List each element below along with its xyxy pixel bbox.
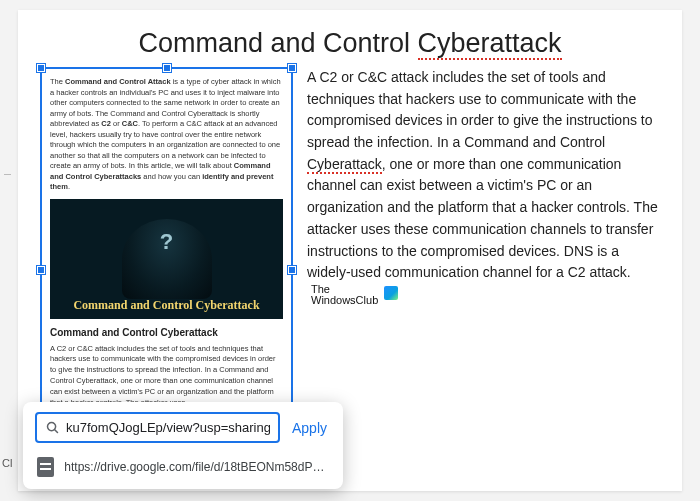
- document-body-text[interactable]: A C2 or C&C attack includes the set of t…: [307, 67, 660, 473]
- clip-hero-caption: Command and Control Cyberattack: [50, 298, 283, 313]
- title-text-pre: Command and Control: [138, 28, 417, 58]
- link-url-input[interactable]: [66, 420, 270, 435]
- watermark-windowsclub: The WindowsClub: [311, 284, 398, 306]
- body-misspelled-word[interactable]: Cyberattack: [307, 156, 382, 174]
- body-post: , one or more than one communication cha…: [307, 156, 658, 280]
- title-misspelled-word[interactable]: Cyberattack: [418, 28, 562, 60]
- link-input-wrap[interactable]: [35, 412, 280, 443]
- clip-subheading: Command and Control Cyberattack: [50, 327, 283, 338]
- resize-handle-tl[interactable]: [37, 64, 45, 72]
- link-suggestion-text: https://drive.google.com/file/d/18tBEONm…: [64, 460, 329, 474]
- clip-hero-image: Command and Control Cyberattack: [50, 199, 283, 319]
- vertical-ruler: —: [4, 170, 12, 177]
- body-pre: A C2 or C&C attack includes the set of t…: [307, 69, 653, 150]
- link-suggestion-item[interactable]: https://drive.google.com/file/d/18tBEONm…: [35, 453, 331, 481]
- clip-intro-pre: The: [50, 77, 65, 86]
- windowsclub-logo-icon: [384, 286, 398, 300]
- clip-intro-bold2: C2: [101, 119, 111, 128]
- resize-handle-tr[interactable]: [288, 64, 296, 72]
- resize-handle-mr[interactable]: [288, 266, 296, 274]
- page-title: Command and Control Cyberattack: [40, 28, 660, 59]
- resize-handle-tm[interactable]: [163, 64, 171, 72]
- watermark-line2: WindowsClub: [311, 295, 378, 306]
- clip-intro-bold1: Command and Control Attack: [65, 77, 171, 86]
- clip-intro-or: or: [111, 119, 122, 128]
- clip-intro-paragraph: The Command and Control Attack is a type…: [50, 77, 283, 193]
- hacker-silhouette-icon: [122, 219, 212, 299]
- doc-icon: [37, 457, 54, 477]
- clip-body-paragraph: A C2 or C&C attack includes the set of t…: [50, 344, 283, 409]
- svg-line-1: [55, 430, 58, 433]
- search-icon: [45, 420, 60, 435]
- apply-button[interactable]: Apply: [288, 414, 331, 442]
- resize-handle-ml[interactable]: [37, 266, 45, 274]
- clip-intro-end: .: [68, 182, 70, 191]
- insert-link-popup: Apply https://drive.google.com/file/d/18…: [23, 402, 343, 489]
- side-label-cl: Cl: [2, 457, 12, 469]
- clip-intro-bold3: C&C: [122, 119, 138, 128]
- clip-intro-mid3: and how you can: [141, 172, 202, 181]
- link-input-row: Apply: [35, 412, 331, 443]
